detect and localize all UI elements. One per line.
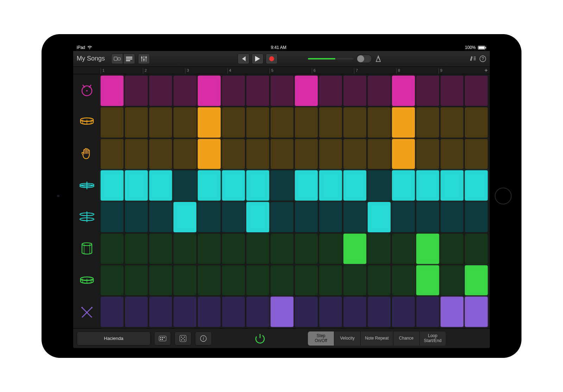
metronome-icon[interactable] — [375, 55, 382, 62]
step-cell[interactable] — [319, 170, 342, 201]
step-cell[interactable] — [149, 202, 172, 232]
step-cell[interactable] — [222, 170, 245, 201]
step-cell[interactable] — [198, 76, 221, 106]
tom-icon[interactable] — [73, 233, 101, 265]
step-cell[interactable] — [295, 139, 318, 169]
step-cell[interactable] — [392, 139, 415, 169]
step-cell[interactable] — [368, 139, 391, 169]
step-cell[interactable] — [319, 202, 342, 232]
step-cell[interactable] — [343, 297, 366, 327]
step-cell[interactable] — [198, 170, 221, 201]
step-cell[interactable] — [441, 265, 463, 296]
step-cell[interactable] — [271, 139, 293, 169]
step-cell[interactable] — [319, 234, 342, 264]
ruler-bar[interactable]: 7 — [354, 68, 396, 74]
ruler-bar[interactable]: 2 — [143, 68, 185, 74]
help-icon[interactable]: ? — [479, 55, 486, 62]
step-cell[interactable] — [149, 139, 172, 169]
step-cell[interactable] — [343, 170, 366, 201]
step-cell[interactable] — [198, 297, 221, 327]
ruler-bar[interactable]: 8 — [396, 68, 438, 74]
step-cell[interactable] — [101, 297, 124, 327]
step-cell[interactable] — [368, 107, 391, 138]
step-cell[interactable] — [125, 139, 148, 169]
step-cell[interactable] — [271, 265, 293, 296]
step-cell[interactable] — [441, 139, 463, 169]
mode-tab[interactable]: Chance — [393, 331, 419, 346]
step-cell[interactable] — [222, 76, 245, 106]
step-cell[interactable] — [295, 234, 318, 264]
step-cell[interactable] — [101, 139, 124, 169]
step-cell[interactable] — [319, 76, 342, 106]
step-cell[interactable] — [125, 202, 148, 232]
ruler-bar[interactable]: 4 — [227, 68, 270, 74]
settings-icon[interactable] — [469, 55, 476, 62]
step-cell[interactable] — [441, 234, 463, 264]
step-cell[interactable] — [343, 76, 366, 106]
step-cell[interactable] — [368, 76, 391, 106]
browser-view-button[interactable] — [111, 53, 123, 64]
step-cell[interactable] — [222, 297, 245, 327]
step-cell[interactable] — [416, 297, 439, 327]
step-cell[interactable] — [319, 139, 342, 169]
step-cell[interactable] — [222, 107, 245, 138]
step-cell[interactable] — [343, 234, 366, 264]
ruler-bar[interactable]: 9 — [438, 68, 481, 74]
ruler-bar[interactable]: 1 — [101, 68, 143, 74]
step-cell[interactable] — [222, 265, 245, 296]
step-cell[interactable] — [222, 139, 245, 169]
step-cell[interactable] — [198, 139, 221, 169]
step-cell[interactable] — [125, 76, 148, 106]
step-cell[interactable] — [101, 265, 124, 296]
step-cell[interactable] — [198, 265, 221, 296]
step-cell[interactable] — [101, 202, 124, 232]
kick-icon[interactable] — [73, 74, 101, 106]
step-cell[interactable] — [368, 202, 391, 232]
step-cell[interactable] — [271, 297, 293, 327]
step-cell[interactable] — [392, 76, 415, 106]
step-cell[interactable] — [319, 107, 342, 138]
mixer-button[interactable] — [138, 53, 150, 64]
ruler[interactable]: 123456789+ — [73, 67, 490, 74]
step-cell[interactable] — [343, 202, 366, 232]
step-cell[interactable] — [343, 139, 366, 169]
step-cell[interactable] — [416, 107, 439, 138]
add-bar-button[interactable]: + — [485, 67, 488, 74]
rewind-button[interactable] — [238, 53, 249, 64]
step-cell[interactable] — [149, 265, 172, 296]
tracks-view-button[interactable] — [123, 53, 135, 64]
step-cell[interactable] — [392, 234, 415, 264]
play-button[interactable] — [252, 53, 264, 64]
step-cell[interactable] — [392, 170, 415, 201]
step-cell[interactable] — [465, 170, 488, 201]
step-cell[interactable] — [246, 234, 269, 264]
step-cell[interactable] — [441, 76, 463, 106]
step-cell[interactable] — [416, 265, 439, 296]
step-cell[interactable] — [295, 76, 318, 106]
step-cell[interactable] — [271, 234, 293, 264]
step-cell[interactable] — [416, 202, 439, 232]
step-cell[interactable] — [149, 297, 172, 327]
step-cell[interactable] — [125, 297, 148, 327]
mode-tab[interactable]: Velocity — [334, 331, 360, 346]
ruler-bar[interactable]: 5 — [270, 68, 312, 74]
step-cell[interactable] — [198, 234, 221, 264]
step-cell[interactable] — [149, 76, 172, 106]
step-cell[interactable] — [343, 265, 366, 296]
step-cell[interactable] — [392, 202, 415, 232]
sticks-icon[interactable] — [73, 297, 101, 328]
step-cell[interactable] — [149, 107, 172, 138]
ruler-bar[interactable]: 6 — [312, 68, 354, 74]
step-cell[interactable] — [246, 76, 269, 106]
dice-button[interactable] — [175, 331, 191, 346]
ruler-bar[interactable]: 3 — [185, 68, 227, 74]
step-cell[interactable] — [271, 107, 293, 138]
step-cell[interactable] — [368, 265, 391, 296]
step-cell[interactable] — [101, 76, 124, 106]
step-cell[interactable] — [125, 234, 148, 264]
back-my-songs[interactable]: My Songs — [77, 55, 105, 62]
step-cell[interactable] — [343, 107, 366, 138]
step-cell[interactable] — [173, 170, 196, 201]
home-button[interactable] — [495, 188, 512, 204]
step-cell[interactable] — [149, 234, 172, 264]
